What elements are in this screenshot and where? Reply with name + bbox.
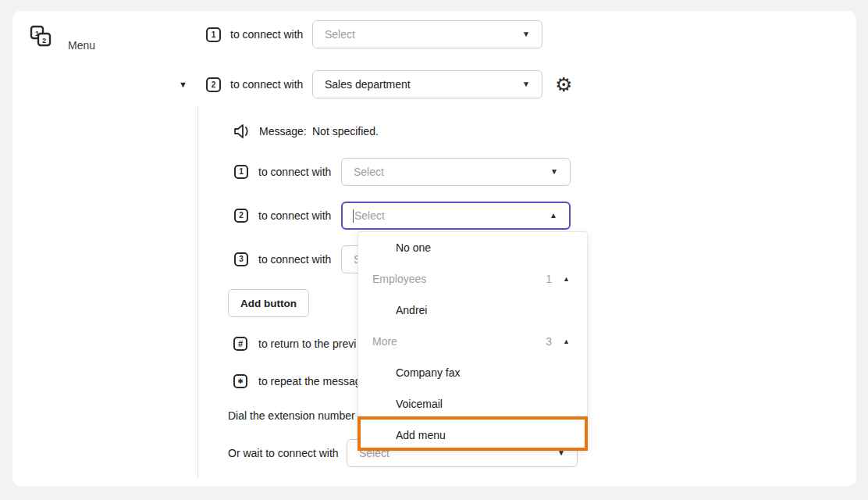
- message-label: Message:: [259, 117, 307, 145]
- chevron-up-icon: ▲: [563, 338, 570, 345]
- hash-row-label: to return to the previ: [258, 330, 356, 358]
- row1-select[interactable]: Select ▼: [312, 20, 542, 48]
- sub2-label: to connect with: [258, 202, 331, 230]
- dropdown-option-add-menu[interactable]: Add menu: [358, 420, 587, 451]
- chevron-down-icon: ▼: [522, 71, 530, 98]
- row2-select-value: Sales department: [325, 78, 411, 91]
- dropdown-option-andrei[interactable]: Andrei: [358, 295, 587, 326]
- key-2-icon: 2: [234, 209, 248, 223]
- add-button[interactable]: Add button: [228, 289, 309, 317]
- sub2-select[interactable]: Select ▲: [341, 202, 571, 230]
- message-value: Not specified.: [312, 117, 379, 145]
- row1-select-placeholder: Select: [325, 28, 355, 41]
- chevron-down-icon: ▼: [550, 159, 558, 185]
- sub1-select-placeholder: Select: [354, 166, 384, 178]
- gear-icon[interactable]: ⚙: [555, 75, 572, 95]
- chevron-down-icon: ▼: [522, 21, 530, 48]
- dropdown-group-employees[interactable]: Employees 1 ▲: [358, 263, 587, 295]
- speaker-icon: [233, 123, 251, 140]
- row2-select[interactable]: Sales department ▼: [312, 70, 542, 98]
- key-hash-icon: #: [233, 337, 247, 351]
- key-2-icon: 2: [206, 77, 221, 92]
- key-1-icon: 1: [206, 27, 221, 42]
- tree-guide-line: [197, 106, 198, 478]
- add-button-label: Add button: [240, 298, 297, 309]
- sub1-select[interactable]: Select ▼: [341, 158, 571, 186]
- sub3-label: to connect with: [258, 245, 331, 273]
- connect-with-dropdown: No one Employees 1 ▲ Andrei More 3 ▲ Com…: [358, 231, 588, 450]
- page-background: { "colors": { "page_background": "#f1f2f…: [0, 0, 868, 500]
- text-cursor: [353, 209, 354, 223]
- key-3-icon: 3: [234, 252, 248, 266]
- star-row-label: to repeat the messag: [258, 367, 361, 395]
- page-title: Menu: [68, 39, 95, 52]
- svg-text:2: 2: [42, 37, 46, 45]
- row1-label: to connect with: [230, 20, 303, 48]
- key-star-icon: ✱: [233, 374, 247, 388]
- group-label: More: [372, 335, 397, 348]
- dropdown-group-more[interactable]: More 3 ▲: [358, 326, 587, 357]
- dial-extension-text: Dial the extension number: [228, 402, 355, 430]
- menu-keys-icon: 1 2: [28, 23, 53, 48]
- collapse-expander-icon[interactable]: ▼: [179, 80, 187, 89]
- group-count: 1: [546, 273, 552, 285]
- dropdown-option-voicemail[interactable]: Voicemail: [358, 388, 587, 420]
- dropdown-option-no-one[interactable]: No one: [358, 232, 587, 263]
- dropdown-option-company-fax[interactable]: Company fax: [358, 357, 587, 388]
- group-count: 3: [546, 335, 552, 348]
- chevron-up-icon: ▲: [563, 275, 570, 283]
- row2-label: to connect with: [230, 70, 303, 98]
- key-1-icon: 1: [234, 165, 248, 179]
- wait-row-label: Or wait to connect with: [228, 439, 339, 467]
- sub1-label: to connect with: [258, 158, 331, 186]
- chevron-up-icon: ▲: [550, 203, 557, 228]
- sub2-select-placeholder: Select: [354, 209, 385, 222]
- group-label: Employees: [372, 273, 426, 285]
